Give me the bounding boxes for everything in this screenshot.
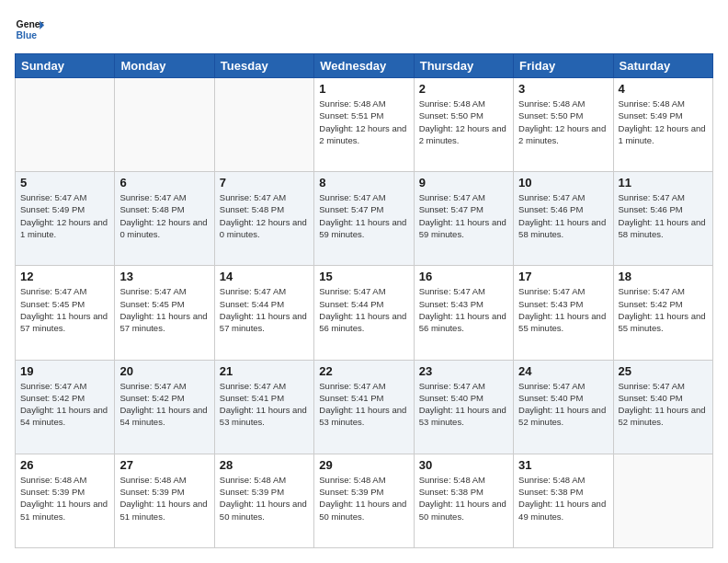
day-number: 17 <box>518 270 608 283</box>
day-number: 16 <box>419 270 508 283</box>
calendar-week-row: 26Sunrise: 5:48 AM Sunset: 5:39 PM Dayli… <box>16 454 713 547</box>
weekday-header-row: SundayMondayTuesdayWednesdayThursdayFrid… <box>16 54 713 78</box>
day-info: Sunrise: 5:47 AM Sunset: 5:42 PM Dayligh… <box>20 380 109 429</box>
calendar-table: SundayMondayTuesdayWednesdayThursdayFrid… <box>15 53 713 548</box>
day-number: 30 <box>419 458 508 472</box>
day-number: 25 <box>619 364 708 378</box>
day-info: Sunrise: 5:48 AM Sunset: 5:38 PM Dayligh… <box>419 474 508 523</box>
day-info: Sunrise: 5:47 AM Sunset: 5:42 PM Dayligh… <box>119 380 209 429</box>
calendar-cell: 3Sunrise: 5:48 AM Sunset: 5:50 PM Daylig… <box>514 78 613 172</box>
calendar-week-row: 19Sunrise: 5:47 AM Sunset: 5:42 PM Dayli… <box>16 360 713 454</box>
day-info: Sunrise: 5:48 AM Sunset: 5:39 PM Dayligh… <box>119 474 209 523</box>
day-number: 28 <box>220 458 309 472</box>
day-info: Sunrise: 5:48 AM Sunset: 5:50 PM Dayligh… <box>518 98 608 146</box>
calendar-cell: 26Sunrise: 5:48 AM Sunset: 5:39 PM Dayli… <box>16 454 115 547</box>
calendar-cell: 30Sunrise: 5:48 AM Sunset: 5:38 PM Dayli… <box>414 454 513 547</box>
weekday-header-wednesday: Wednesday <box>314 54 414 78</box>
weekday-header-saturday: Saturday <box>613 54 712 78</box>
day-info: Sunrise: 5:47 AM Sunset: 5:42 PM Dayligh… <box>619 285 708 334</box>
day-number: 2 <box>419 82 508 96</box>
day-number: 27 <box>119 458 209 472</box>
day-number: 24 <box>518 364 608 378</box>
day-info: Sunrise: 5:48 AM Sunset: 5:38 PM Dayligh… <box>518 474 608 523</box>
calendar-week-row: 5Sunrise: 5:47 AM Sunset: 5:49 PM Daylig… <box>16 172 713 266</box>
day-info: Sunrise: 5:47 AM Sunset: 5:49 PM Dayligh… <box>20 191 109 240</box>
calendar-cell: 5Sunrise: 5:47 AM Sunset: 5:49 PM Daylig… <box>16 172 115 266</box>
day-number: 22 <box>319 364 408 378</box>
day-info: Sunrise: 5:47 AM Sunset: 5:45 PM Dayligh… <box>119 285 209 334</box>
calendar-cell: 17Sunrise: 5:47 AM Sunset: 5:43 PM Dayli… <box>514 266 613 360</box>
calendar-cell: 6Sunrise: 5:47 AM Sunset: 5:48 PM Daylig… <box>115 172 214 266</box>
calendar-cell: 22Sunrise: 5:47 AM Sunset: 5:41 PM Dayli… <box>314 360 414 454</box>
calendar-cell: 10Sunrise: 5:47 AM Sunset: 5:46 PM Dayli… <box>514 172 613 266</box>
calendar-cell: 27Sunrise: 5:48 AM Sunset: 5:39 PM Dayli… <box>115 454 214 547</box>
calendar-cell: 23Sunrise: 5:47 AM Sunset: 5:40 PM Dayli… <box>414 360 513 454</box>
day-info: Sunrise: 5:47 AM Sunset: 5:43 PM Dayligh… <box>518 285 608 334</box>
page: General Blue SundayMondayTuesdayWednesda… <box>0 0 728 563</box>
calendar-cell: 12Sunrise: 5:47 AM Sunset: 5:45 PM Dayli… <box>16 266 115 360</box>
day-number: 6 <box>119 176 209 190</box>
day-info: Sunrise: 5:47 AM Sunset: 5:48 PM Dayligh… <box>220 191 309 240</box>
day-number: 19 <box>20 364 109 378</box>
header: General Blue <box>15 15 713 44</box>
logo-icon: General Blue <box>15 15 44 44</box>
day-info: Sunrise: 5:47 AM Sunset: 5:41 PM Dayligh… <box>220 380 309 429</box>
weekday-header-sunday: Sunday <box>16 54 115 78</box>
calendar-cell: 24Sunrise: 5:47 AM Sunset: 5:40 PM Dayli… <box>514 360 613 454</box>
day-info: Sunrise: 5:47 AM Sunset: 5:46 PM Dayligh… <box>518 191 608 240</box>
svg-text:Blue: Blue <box>17 30 38 40</box>
day-number: 15 <box>319 270 408 283</box>
day-number: 29 <box>319 458 408 472</box>
day-info: Sunrise: 5:48 AM Sunset: 5:39 PM Dayligh… <box>220 474 309 523</box>
day-info: Sunrise: 5:47 AM Sunset: 5:47 PM Dayligh… <box>319 191 408 240</box>
day-number: 14 <box>220 270 309 283</box>
weekday-header-thursday: Thursday <box>414 54 513 78</box>
day-number: 31 <box>518 458 608 472</box>
day-number: 3 <box>518 82 608 96</box>
day-number: 26 <box>20 458 109 472</box>
day-info: Sunrise: 5:48 AM Sunset: 5:49 PM Dayligh… <box>619 98 708 146</box>
calendar-cell: 11Sunrise: 5:47 AM Sunset: 5:46 PM Dayli… <box>613 172 712 266</box>
logo: General Blue <box>15 15 44 44</box>
day-number: 5 <box>20 176 109 190</box>
day-info: Sunrise: 5:47 AM Sunset: 5:40 PM Dayligh… <box>518 380 608 429</box>
day-number: 9 <box>419 176 508 190</box>
calendar-cell: 16Sunrise: 5:47 AM Sunset: 5:43 PM Dayli… <box>414 266 513 360</box>
day-number: 23 <box>419 364 508 378</box>
day-number: 21 <box>220 364 309 378</box>
day-info: Sunrise: 5:47 AM Sunset: 5:48 PM Dayligh… <box>119 191 209 240</box>
calendar-week-row: 1Sunrise: 5:48 AM Sunset: 5:51 PM Daylig… <box>16 78 713 172</box>
weekday-header-monday: Monday <box>115 54 214 78</box>
day-info: Sunrise: 5:47 AM Sunset: 5:40 PM Dayligh… <box>619 380 708 429</box>
day-info: Sunrise: 5:47 AM Sunset: 5:43 PM Dayligh… <box>419 285 508 334</box>
calendar-cell <box>115 78 214 172</box>
calendar-cell: 8Sunrise: 5:47 AM Sunset: 5:47 PM Daylig… <box>314 172 414 266</box>
day-number: 12 <box>20 270 109 283</box>
day-info: Sunrise: 5:47 AM Sunset: 5:45 PM Dayligh… <box>20 285 109 334</box>
calendar-cell: 7Sunrise: 5:47 AM Sunset: 5:48 PM Daylig… <box>214 172 313 266</box>
calendar-cell <box>214 78 313 172</box>
day-number: 18 <box>619 270 708 283</box>
calendar-cell: 2Sunrise: 5:48 AM Sunset: 5:50 PM Daylig… <box>414 78 513 172</box>
calendar-cell: 15Sunrise: 5:47 AM Sunset: 5:44 PM Dayli… <box>314 266 414 360</box>
day-info: Sunrise: 5:47 AM Sunset: 5:47 PM Dayligh… <box>419 191 508 240</box>
day-number: 20 <box>119 364 209 378</box>
day-info: Sunrise: 5:47 AM Sunset: 5:41 PM Dayligh… <box>319 380 408 429</box>
day-number: 1 <box>319 82 408 96</box>
calendar-cell: 28Sunrise: 5:48 AM Sunset: 5:39 PM Dayli… <box>214 454 313 547</box>
calendar-cell: 21Sunrise: 5:47 AM Sunset: 5:41 PM Dayli… <box>214 360 313 454</box>
day-number: 7 <box>220 176 309 190</box>
day-number: 13 <box>119 270 209 283</box>
calendar-cell: 18Sunrise: 5:47 AM Sunset: 5:42 PM Dayli… <box>613 266 712 360</box>
calendar-cell: 4Sunrise: 5:48 AM Sunset: 5:49 PM Daylig… <box>613 78 712 172</box>
calendar-cell <box>613 454 712 547</box>
weekday-header-friday: Friday <box>514 54 613 78</box>
calendar-cell: 13Sunrise: 5:47 AM Sunset: 5:45 PM Dayli… <box>115 266 214 360</box>
day-info: Sunrise: 5:48 AM Sunset: 5:51 PM Dayligh… <box>319 98 408 146</box>
day-info: Sunrise: 5:48 AM Sunset: 5:50 PM Dayligh… <box>419 98 508 146</box>
day-number: 10 <box>518 176 608 190</box>
calendar-cell: 9Sunrise: 5:47 AM Sunset: 5:47 PM Daylig… <box>414 172 513 266</box>
calendar-cell <box>16 78 115 172</box>
calendar-cell: 25Sunrise: 5:47 AM Sunset: 5:40 PM Dayli… <box>613 360 712 454</box>
calendar-week-row: 12Sunrise: 5:47 AM Sunset: 5:45 PM Dayli… <box>16 266 713 360</box>
